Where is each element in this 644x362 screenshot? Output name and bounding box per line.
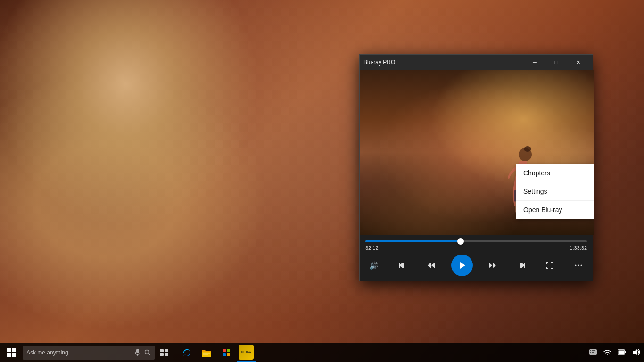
search-placeholder[interactable]: Ask me anything (26, 349, 132, 356)
svg-rect-38 (593, 350, 594, 351)
svg-rect-36 (590, 350, 591, 351)
keyboard-layout-indicator[interactable] (589, 349, 597, 356)
svg-point-22 (145, 350, 149, 354)
volume-icon: 🔊 (369, 261, 379, 270)
context-menu-chapters[interactable]: Chapters (516, 164, 594, 182)
desktop: Blu-ray PRO ─ □ ✕ (0, 0, 644, 362)
svg-line-23 (149, 354, 150, 355)
file-explorer-app[interactable] (197, 343, 216, 362)
edge-icon (182, 348, 191, 357)
prev-chapter-icon (398, 261, 407, 270)
window-title: Blu-ray PRO (363, 59, 520, 66)
svg-point-18 (578, 265, 579, 266)
svg-rect-26 (160, 353, 164, 356)
microphone-icon[interactable] (135, 349, 140, 356)
system-icons (589, 349, 640, 357)
svg-rect-30 (203, 354, 208, 355)
progress-fill (365, 240, 461, 242)
play-icon (457, 261, 467, 270)
svg-marker-9 (428, 263, 431, 268)
more-button[interactable] (570, 257, 587, 274)
close-button[interactable]: ✕ (567, 55, 589, 70)
next-chapter-icon (517, 261, 526, 270)
store-icon (222, 348, 231, 357)
svg-point-19 (580, 265, 582, 266)
total-time: 1:33:32 (570, 245, 587, 251)
fast-forward-icon (488, 261, 497, 270)
svg-rect-15 (520, 263, 521, 268)
window-controls: ─ □ ✕ (524, 55, 589, 70)
fullscreen-button[interactable] (541, 257, 558, 274)
start-button[interactable] (0, 343, 23, 362)
svg-marker-6 (399, 263, 403, 268)
svg-rect-20 (136, 349, 139, 353)
progress-bar[interactable] (365, 240, 587, 242)
wallpaper-person (0, 0, 358, 335)
svg-rect-32 (227, 349, 230, 352)
context-menu: Chapters Settings Open Blu-ray (516, 164, 594, 219)
file-explorer-icon (202, 348, 211, 357)
svg-rect-29 (203, 353, 210, 354)
svg-rect-46 (619, 351, 624, 354)
battery-icon[interactable] (618, 349, 626, 356)
svg-rect-8 (399, 263, 400, 268)
svg-marker-12 (489, 263, 492, 268)
system-tray (589, 349, 644, 357)
svg-marker-11 (460, 262, 465, 269)
svg-rect-24 (160, 349, 164, 352)
bluray-app[interactable]: BLU RAY (237, 343, 256, 362)
context-menu-settings[interactable]: Settings (516, 182, 594, 201)
svg-rect-45 (625, 351, 626, 353)
edge-app[interactable] (177, 343, 196, 362)
svg-rect-39 (594, 350, 595, 351)
time-row: 32:12 1:33:32 (365, 243, 587, 253)
volume-button[interactable]: 🔊 (365, 257, 382, 274)
keyboard-icon (589, 349, 597, 355)
store-app[interactable] (217, 343, 236, 362)
svg-point-1 (524, 146, 531, 152)
task-view-icon (160, 349, 168, 356)
svg-rect-33 (223, 353, 226, 356)
svg-rect-37 (592, 350, 593, 351)
progress-thumb[interactable] (457, 238, 464, 245)
more-icon (574, 261, 583, 270)
svg-rect-41 (592, 352, 593, 353)
svg-marker-10 (431, 263, 435, 268)
taskbar-apps: BLU RAY (177, 343, 256, 362)
video-area[interactable]: Chapters Settings Open Blu-ray (360, 70, 594, 235)
svg-rect-31 (223, 349, 226, 352)
rewind-icon (427, 261, 435, 270)
svg-marker-13 (493, 263, 496, 268)
bluray-icon: BLU RAY (239, 345, 254, 360)
title-bar: Blu-ray PRO ─ □ ✕ (360, 55, 593, 70)
svg-rect-42 (593, 352, 594, 353)
controls-area: 32:12 1:33:32 🔊 (360, 235, 593, 281)
minimize-button[interactable]: ─ (524, 55, 545, 70)
fullscreen-icon (545, 261, 554, 270)
wifi-icon[interactable] (603, 349, 611, 357)
svg-rect-34 (227, 353, 230, 356)
next-chapter-button[interactable] (513, 257, 530, 274)
svg-marker-14 (521, 263, 525, 268)
progress-container[interactable] (365, 239, 587, 243)
context-menu-open-bluray[interactable]: Open Blu-ray (516, 201, 594, 219)
play-button[interactable] (451, 255, 473, 276)
maximize-button[interactable]: □ (545, 55, 567, 70)
svg-marker-47 (633, 349, 637, 355)
search-box[interactable]: Ask me anything (23, 346, 155, 360)
svg-rect-43 (591, 354, 595, 354)
volume-control-icon[interactable] (633, 349, 640, 357)
svg-rect-40 (590, 352, 591, 353)
playback-controls: 🔊 (365, 253, 587, 277)
player-window: Blu-ray PRO ─ □ ✕ (359, 54, 593, 281)
fast-forward-button[interactable] (484, 257, 501, 274)
svg-point-17 (575, 265, 576, 266)
svg-rect-16 (524, 263, 525, 268)
prev-chapter-button[interactable] (394, 257, 411, 274)
taskbar: Ask me anything (0, 343, 644, 362)
task-view-button[interactable] (155, 343, 173, 362)
rewind-button[interactable] (422, 257, 439, 274)
svg-rect-7 (403, 263, 404, 268)
search-icon[interactable] (144, 349, 151, 356)
search-icons (135, 349, 151, 356)
